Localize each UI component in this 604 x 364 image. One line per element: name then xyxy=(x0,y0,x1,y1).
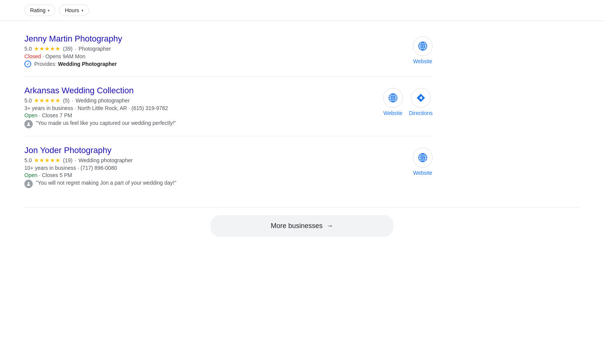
website-button[interactable]: Website xyxy=(413,36,433,64)
provides-check-icon xyxy=(24,61,31,67)
hours-chevron-icon: ▾ xyxy=(81,8,83,13)
listing-meta: 5.0 ★★★★★ (5) · Wedding photographer xyxy=(24,97,372,104)
listings-container: Jenny Martin Photography 5.0 ★★★★★ (39) … xyxy=(0,21,457,200)
rating-filter-label: Rating xyxy=(30,7,45,13)
website-icon xyxy=(413,36,433,56)
directions-button[interactable]: Directions xyxy=(409,88,433,116)
review-text: "You made us feel like you captured our … xyxy=(36,120,176,126)
listing-actions: Website xyxy=(413,145,433,176)
listing-item: Jon Yoder Photography 5.0 ★★★★★ (19) · W… xyxy=(24,136,433,196)
more-businesses-button[interactable]: More businesses → xyxy=(211,215,393,237)
filter-bar: Rating ▾ Hours ▾ xyxy=(0,0,604,21)
separator: · xyxy=(75,46,76,52)
more-businesses-label: More businesses xyxy=(271,222,323,230)
review-count: (19) xyxy=(63,157,72,163)
review-count: (39) xyxy=(63,46,72,52)
listing-hours: Open · Closes 5 PM xyxy=(24,172,401,178)
listing-item: Jenny Martin Photography 5.0 ★★★★★ (39) … xyxy=(24,25,433,77)
website-icon xyxy=(383,88,403,108)
provides-row: Provides: Wedding Photographer xyxy=(24,61,401,67)
website-button[interactable]: Website xyxy=(383,88,403,116)
listing-actions: Website xyxy=(413,34,433,64)
website-label: Website xyxy=(413,58,432,64)
listing-info: Arkansas Wedding Collection 5.0 ★★★★★ (5… xyxy=(24,86,372,128)
star-icons: ★★★★★ xyxy=(34,157,61,164)
listing-extra: 10+ years in business · (717) 896-0080 xyxy=(24,165,401,171)
hours-detail: · Closes 7 PM xyxy=(39,112,72,118)
listing-info: Jon Yoder Photography 5.0 ★★★★★ (19) · W… xyxy=(24,145,401,188)
rating-number: 5.0 xyxy=(24,157,32,163)
more-businesses-section: More businesses → xyxy=(0,200,604,252)
hours-detail: · Opens 9AM Mon xyxy=(42,53,85,59)
directions-label: Directions xyxy=(409,110,433,116)
category: Wedding photographer xyxy=(78,157,133,163)
listing-name[interactable]: Jenny Martin Photography xyxy=(24,34,401,44)
website-button[interactable]: Website xyxy=(413,148,433,176)
hours-detail: · Closes 5 PM xyxy=(39,172,72,178)
listing-name[interactable]: Arkansas Wedding Collection xyxy=(24,86,372,96)
listing-review: "You will not regret making Jon a part o… xyxy=(24,180,401,188)
hours-filter-label: Hours xyxy=(65,7,79,13)
review-count: (5) xyxy=(63,97,69,104)
directions-icon xyxy=(411,88,431,108)
listing-extra: 3+ years in business · North Little Rock… xyxy=(24,105,372,111)
category: Wedding photographer xyxy=(75,97,129,104)
listing-meta: 5.0 ★★★★★ (39) · Photographer xyxy=(24,45,401,52)
website-icon xyxy=(413,148,433,168)
listing-hours: Open · Closes 7 PM xyxy=(24,112,372,118)
listing-actions: Website Directions xyxy=(383,86,433,116)
hours-filter[interactable]: Hours ▾ xyxy=(59,5,89,16)
rating-number: 5.0 xyxy=(24,46,32,52)
rating-number: 5.0 xyxy=(24,97,32,104)
star-icons: ★★★★★ xyxy=(34,97,61,104)
svg-point-4 xyxy=(28,122,30,124)
category: Photographer xyxy=(78,46,111,52)
star-icons: ★★★★★ xyxy=(34,45,61,52)
listing-meta: 5.0 ★★★★★ (19) · Wedding photographer xyxy=(24,157,401,164)
separator: · xyxy=(72,97,74,104)
status-open: Open xyxy=(24,112,37,118)
rating-filter[interactable]: Rating ▾ xyxy=(24,5,55,16)
listing-item: Arkansas Wedding Collection 5.0 ★★★★★ (5… xyxy=(24,77,433,136)
status-open: Open xyxy=(24,172,37,178)
status-closed: Closed xyxy=(24,53,41,59)
listing-review: "You made us feel like you captured our … xyxy=(24,120,372,128)
user-avatar-icon xyxy=(24,120,33,128)
listing-info: Jenny Martin Photography 5.0 ★★★★★ (39) … xyxy=(24,34,401,69)
listing-name[interactable]: Jon Yoder Photography xyxy=(24,145,401,155)
website-label: Website xyxy=(413,170,432,176)
user-avatar-icon xyxy=(24,180,33,188)
review-text: "You will not regret making Jon a part o… xyxy=(36,180,176,186)
website-label: Website xyxy=(383,110,403,116)
separator: · xyxy=(75,157,76,163)
rating-chevron-icon: ▾ xyxy=(48,8,50,13)
more-businesses-arrow-icon: → xyxy=(326,222,333,230)
divider xyxy=(24,207,580,208)
svg-point-9 xyxy=(28,182,30,184)
listing-hours: Closed · Opens 9AM Mon xyxy=(24,53,401,59)
provides-text: Provides: Wedding Photographer xyxy=(34,61,117,67)
